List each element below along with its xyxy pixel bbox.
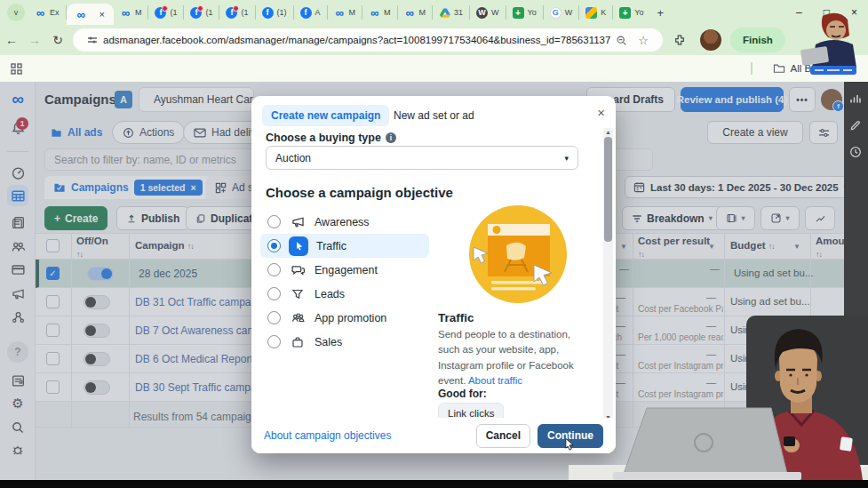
finish-label: Finish (743, 35, 773, 45)
scrollbar-thumb[interactable] (604, 137, 612, 242)
tab-label: M (135, 8, 142, 17)
history-clock-icon[interactable] (849, 146, 862, 162)
url-pill[interactable]: adsmanager.facebook.com/adsmanager/manag… (73, 28, 663, 52)
cancel-button[interactable]: Cancel (476, 424, 530, 448)
extensions-icon[interactable] (673, 34, 686, 46)
reload-icon[interactable]: ↻ (46, 33, 69, 47)
create-campaign-modal: Create new campaign New ad set or ad × C… (251, 96, 616, 453)
radio-selected[interactable] (267, 239, 281, 252)
radio-unselected[interactable] (267, 215, 281, 228)
mouse-cursor-icon (563, 437, 577, 451)
forward-icon[interactable]: → (23, 33, 46, 47)
new-tab-button[interactable]: + (657, 6, 664, 20)
edit-pencil-icon[interactable] (849, 119, 861, 135)
tab-label: M (384, 8, 391, 17)
objective-label: Awareness (315, 216, 370, 228)
browser-profile-avatar[interactable] (700, 29, 721, 51)
radio-unselected[interactable] (267, 311, 281, 324)
apps-grid-icon[interactable] (11, 63, 22, 75)
charts-bar-icon[interactable] (849, 92, 862, 108)
browser-tab[interactable]: fA (294, 5, 328, 20)
cancel-label: Cancel (486, 429, 521, 442)
green-app-icon: + (619, 7, 631, 19)
browser-tab[interactable]: f(1 (148, 5, 184, 20)
close-button[interactable]: × (851, 6, 857, 19)
zoom-out-icon[interactable] (616, 35, 627, 46)
video-letterbox-bar (0, 480, 868, 488)
facebook-icon: f (190, 7, 202, 19)
facebook-icon: f (262, 7, 274, 19)
objective-sales[interactable]: Sales (260, 330, 429, 354)
objective-leads[interactable]: Leads (260, 282, 429, 306)
browser-tab[interactable]: f(1 (184, 5, 219, 20)
google-icon: G (550, 7, 561, 19)
objective-label: Traffic (316, 240, 346, 252)
modal-close-icon[interactable]: × (597, 105, 605, 120)
browser-tab[interactable]: +Yo (506, 5, 544, 20)
radio-unselected[interactable] (267, 335, 281, 348)
minimize-button[interactable]: – (796, 6, 802, 19)
finish-extension-pill[interactable]: Finish (730, 28, 785, 52)
facebook-icon: f (226, 7, 237, 19)
meta-icon: ∞ (35, 7, 46, 19)
scroll-up-icon[interactable]: ▲ (603, 129, 613, 135)
browser-tab[interactable]: K (579, 5, 613, 20)
buying-type-label: Choose a buying typei (266, 132, 396, 144)
detail-title: Traffic (438, 311, 474, 324)
address-text[interactable]: adsmanager.facebook.com/adsmanager/manag… (103, 35, 610, 45)
radio-unselected[interactable] (267, 263, 281, 276)
site-settings-icon[interactable] (87, 35, 98, 45)
modal-scrollbar[interactable] (603, 128, 613, 421)
objective-engagement[interactable]: Engagement (260, 258, 429, 282)
screen: v ∞Ex ∞× ∞M f(1 f(1 f(1 f(1) fA ∞M ∞M ∞M… (0, 0, 868, 488)
browser-tab[interactable]: WW (470, 5, 506, 20)
radio-unselected[interactable] (267, 287, 281, 300)
green-app-icon: + (513, 7, 524, 19)
objective-app-promotion[interactable]: App promotion (260, 306, 429, 330)
bookmark-star-icon[interactable]: ☆ (638, 34, 649, 47)
tab-label: W (565, 8, 573, 17)
tab-label: 31 (454, 8, 463, 17)
about-campaign-objectives-link[interactable]: About campaign objectives (264, 429, 391, 442)
meta-icon: ∞ (404, 7, 416, 19)
objective-awareness[interactable]: Awareness (260, 210, 429, 234)
browser-tab[interactable]: f(1) (256, 5, 294, 20)
leads-funnel-icon (289, 285, 307, 303)
tab-search-chevron-icon[interactable]: v (7, 4, 25, 21)
about-traffic-link[interactable]: About traffic (468, 375, 522, 386)
tab-new-ad-set-or-ad[interactable]: New ad set or ad (385, 105, 483, 126)
objective-traffic[interactable]: Traffic (260, 234, 429, 258)
tab-label: Yo (528, 8, 537, 17)
traffic-cursor-icon (289, 236, 308, 256)
info-icon[interactable]: i (386, 132, 396, 143)
tab-label: M (349, 8, 356, 17)
continue-button[interactable]: Continue (538, 424, 603, 448)
browser-tab[interactable]: ∞Ex (28, 5, 67, 20)
browser-tab[interactable]: ∞M (398, 5, 434, 20)
bookmarks-bar: All Bookmarks (0, 55, 868, 82)
browser-tab-active[interactable]: ∞× (67, 4, 114, 25)
modal-footer: About campaign objectives Cancel Continu… (251, 418, 616, 453)
objective-label: Leads (315, 288, 345, 300)
back-icon[interactable]: ← (0, 33, 23, 47)
browser-tab[interactable]: 31 (433, 5, 470, 20)
browser-tab[interactable]: ∞M (114, 5, 149, 20)
app-promotion-people-icon (289, 309, 307, 327)
browser-tab[interactable]: ∞M (362, 5, 398, 20)
meta-icon: ∞ (120, 7, 131, 19)
good-for-label: Good for: (438, 388, 487, 400)
browser-tab[interactable]: +Yo (613, 5, 649, 20)
meta-icon: ∞ (334, 7, 346, 19)
tab-create-new-campaign[interactable]: Create new campaign (262, 105, 389, 126)
tab-close-icon[interactable]: × (100, 9, 105, 20)
tab-label: Yo (634, 8, 643, 17)
all-bookmarks-button[interactable]: All Bookmarks (773, 63, 856, 74)
tab-label: (1 (170, 8, 177, 17)
buying-type-select[interactable]: Auction ▾ (266, 146, 578, 170)
browser-tab[interactable]: GW (544, 5, 580, 20)
browser-tab[interactable]: f(1 (219, 5, 255, 20)
buying-type-value: Auction (275, 152, 311, 164)
objective-label: App promotion (315, 312, 386, 324)
browser-tab[interactable]: ∞M (328, 5, 363, 20)
maximize-button[interactable]: □ (824, 6, 830, 19)
